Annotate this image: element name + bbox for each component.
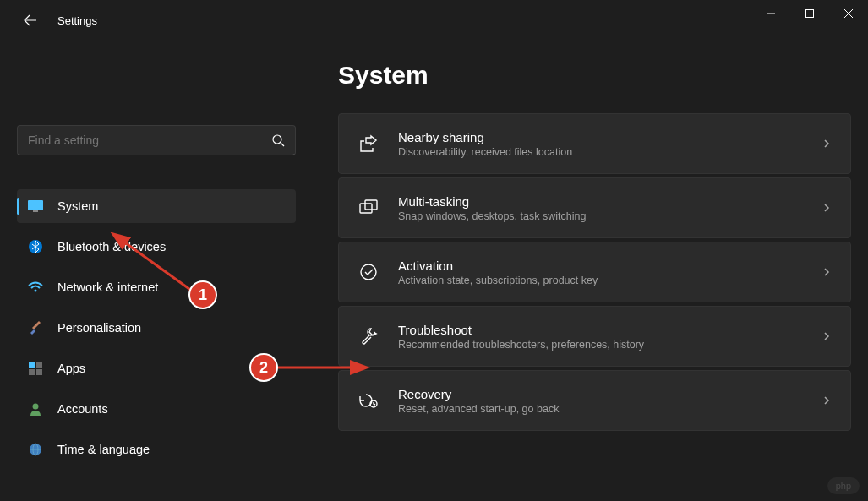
card-title: Troubleshoot [398,323,822,337]
svg-rect-7 [36,362,42,368]
svg-point-10 [33,404,39,410]
svg-rect-2 [28,200,43,210]
back-button[interactable] [17,7,44,34]
svg-point-15 [361,264,376,280]
chevron-right-icon [822,139,832,149]
card-nearby-sharing[interactable]: Nearby sharing Discoverability, received… [338,113,851,174]
minimize-icon [767,9,775,18]
check-icon [358,261,379,283]
share-icon [358,133,379,155]
card-title: Multi-tasking [398,194,822,209]
sidebar-item-network[interactable]: Network & internet [17,270,296,304]
card-troubleshoot[interactable]: Troubleshoot Recommended troubleshooters… [338,306,851,367]
annotation-badge-1: 1 [188,280,217,309]
svg-point-1 [273,135,281,144]
maximize-icon [805,9,814,18]
globe-icon [27,441,44,458]
window-controls [751,0,868,27]
card-title: Recovery [398,387,822,401]
search-icon [271,133,285,147]
back-arrow-icon [24,14,37,27]
page-title: System [338,61,851,90]
sidebar-item-time-language[interactable]: Time & language [17,433,296,466]
card-activation[interactable]: Activation Activation state, subscriptio… [338,242,851,302]
search-input[interactable] [28,133,271,147]
annotation-badge-2: 2 [249,353,278,382]
sidebar-item-label: Time & language [57,443,150,456]
card-desc: Snap windows, desktops, task switching [398,210,822,222]
close-button[interactable] [829,0,868,27]
svg-rect-13 [360,204,372,213]
close-icon [844,9,853,18]
sidebar-item-personalisation[interactable]: Personalisation [17,311,296,345]
svg-point-5 [35,290,37,292]
chevron-right-icon [822,203,832,213]
titlebar: Settings [0,0,868,41]
watermark: php [827,477,860,494]
card-desc: Activation state, subscriptions, product… [398,275,822,286]
svg-rect-3 [33,210,38,212]
card-desc: Recommended troubleshooters, preferences… [398,339,822,351]
app-title: Settings [57,14,97,27]
wifi-icon [27,279,44,296]
chevron-right-icon [822,395,832,406]
bluetooth-icon [27,238,44,255]
svg-rect-8 [29,369,35,375]
account-icon [27,400,44,417]
sidebar-item-label: Apps [57,362,85,375]
wrench-icon [358,325,379,347]
minimize-button[interactable] [751,0,790,27]
recovery-icon [358,389,379,411]
display-icon [27,198,44,215]
card-recovery[interactable]: Recovery Reset, advanced start-up, go ba… [338,370,851,431]
brush-icon [27,319,44,336]
chevron-right-icon [822,267,832,277]
card-multi-tasking[interactable]: Multi-tasking Snap windows, desktops, ta… [338,177,851,238]
apps-icon [27,360,44,377]
sidebar-item-label: Network & internet [57,280,158,294]
main-content: System Nearby sharing Discoverability, r… [313,41,868,501]
sidebar-item-label: System [57,199,98,213]
svg-rect-0 [806,10,814,18]
card-title: Nearby sharing [398,130,822,144]
search-box[interactable] [17,125,296,155]
sidebar-item-bluetooth[interactable]: Bluetooth & devices [17,230,296,264]
sidebar: System Bluetooth & devices Network & int… [0,41,313,501]
svg-rect-9 [36,369,42,375]
chevron-right-icon [822,331,832,341]
sidebar-item-accounts[interactable]: Accounts [17,392,296,426]
maximize-button[interactable] [790,0,829,27]
sidebar-item-label: Bluetooth & devices [57,240,166,253]
card-title: Activation [398,259,822,273]
sidebar-item-label: Personalisation [57,321,141,335]
svg-rect-6 [29,362,35,368]
svg-rect-14 [365,200,377,210]
multitask-icon [358,197,379,219]
sidebar-item-label: Accounts [57,402,108,416]
sidebar-item-system[interactable]: System [17,189,296,223]
card-desc: Reset, advanced start-up, go back [398,403,822,415]
card-desc: Discoverability, received files location [398,146,822,158]
